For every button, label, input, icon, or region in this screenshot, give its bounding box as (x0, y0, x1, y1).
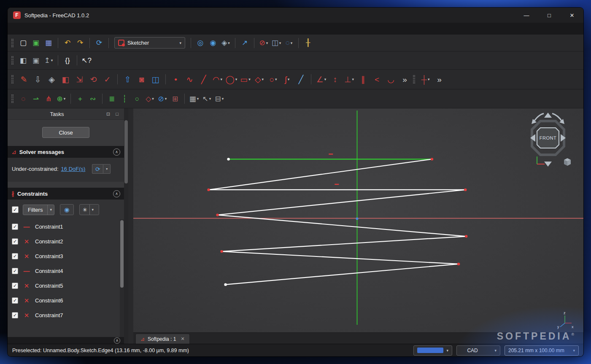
toolbar-grip[interactable] (11, 39, 13, 47)
menu-sketch[interactable] (57, 27, 67, 30)
make-link-dropdown[interactable]: ↥▾ (42, 54, 55, 67)
open-file-button[interactable]: ▣▾ (30, 37, 42, 49)
minimize-button[interactable]: — (515, 8, 538, 23)
rendering-order-dropdown[interactable]: ⊟▾ (213, 92, 226, 105)
constraint-checkbox[interactable]: ✓ (12, 297, 18, 304)
constraint-row-5[interactable]: ✓ ✕ Constraint5 (8, 278, 120, 293)
constraint-checkbox[interactable]: ✓ (12, 268, 18, 274)
carbon-copy-button[interactable]: ⊞▾ (169, 92, 181, 105)
menu-windows[interactable] (67, 27, 76, 30)
reorient-sketch-button[interactable]: ⟲▾ (86, 73, 100, 86)
toggle-snap-dropdown[interactable]: ↖▾ (200, 92, 213, 105)
constraints-header[interactable]: ∦ Constraints ∧ (8, 188, 124, 200)
filters-dropdown[interactable]: Filters ▾ (23, 205, 54, 215)
constraint-row-3[interactable]: ✓ ✕ Constraint3 (8, 249, 120, 264)
constraint-checkbox[interactable]: ✓ (12, 224, 18, 230)
scrollbar-thumb[interactable] (120, 220, 124, 288)
create-line-button[interactable]: ╱▾ (197, 73, 210, 86)
select-redundant-constraints-button[interactable]: ○▾ (131, 92, 143, 105)
measure-button[interactable]: ╂▾ (302, 37, 314, 49)
menu-edit[interactable] (20, 27, 30, 30)
menu-tools[interactable] (39, 27, 48, 30)
navigation-style-dropdown[interactable]: CAD ▾ (456, 345, 500, 356)
view-section-button[interactable]: ◧▾ (59, 73, 73, 86)
toggle-grid-dropdown[interactable]: ▦▾ (188, 92, 200, 105)
attach-sketch-button[interactable]: ⇩▾ (31, 73, 45, 86)
constraint-row-4[interactable]: ✓ — Constraint4 (8, 264, 120, 278)
constrain-distance-button[interactable]: ↕▾ (328, 73, 342, 86)
create-polygon-dropdown[interactable]: ◇▾ (252, 73, 266, 86)
dof-link[interactable]: 16 DoF(s) (61, 166, 86, 172)
constraint-checkbox[interactable]: ✓ (12, 253, 18, 259)
close-window-button[interactable]: ✕ (561, 8, 583, 23)
dimension-dropdown[interactable]: ∠▾ (314, 73, 328, 86)
constraint-checkbox[interactable]: ✓ (12, 312, 18, 318)
create-point-button[interactable]: •▾ (169, 73, 183, 86)
select-origin-button[interactable]: ┆▾ (118, 92, 131, 105)
visibility-dropdown[interactable]: ⊘▾ (257, 37, 270, 49)
fit-all-button[interactable]: ◎▾ (194, 37, 207, 49)
tasks-panel-scrollbar[interactable] (124, 108, 128, 344)
update-solver-button[interactable]: ⟳ (92, 164, 103, 174)
solver-options-dropdown[interactable]: ▾ (103, 164, 111, 174)
whats-this-button[interactable]: ↖?▾ (80, 54, 93, 67)
curve-edit-dropdown[interactable]: ⊕▾ (55, 92, 67, 105)
constraint-row-6[interactable]: ✓ ✕ Constraint6 (8, 293, 120, 308)
extend-edge-button[interactable]: ⇀▾ (30, 92, 42, 105)
toolbar-grip[interactable] (11, 94, 13, 103)
next-section-header[interactable]: ∧ (8, 337, 124, 344)
create-part-button[interactable]: ◧▾ (17, 54, 30, 67)
menu-view[interactable] (30, 27, 39, 30)
split-edge-button[interactable]: ⋔▾ (42, 92, 55, 105)
undo-button[interactable]: ↶▾ (61, 37, 74, 49)
trim-edge-button[interactable]: ◌▾ (17, 92, 30, 105)
box-element-dropdown[interactable]: ◫▾ (270, 37, 283, 49)
navcube-arrow-up[interactable] (544, 113, 552, 118)
navigation-cube[interactable]: FRONT (518, 111, 578, 174)
constraint-row-7[interactable]: ✓ ✕ Constraint7 (8, 308, 120, 323)
view-direction-dropdown[interactable]: ◈▾ (219, 37, 232, 49)
toggle-construction-button[interactable]: ╱▾ (294, 73, 308, 86)
toolbar-grip[interactable] (413, 75, 415, 84)
show-hide-constraints-button[interactable]: ◉ (60, 204, 74, 215)
convert-geometry-dropdown[interactable]: ◇▾ (143, 92, 156, 105)
create-arc-dropdown[interactable]: ◠▾ (210, 73, 224, 86)
float-panel-button[interactable]: ⊡ (105, 111, 112, 117)
dimension-readout-dropdown[interactable]: 205.21 mm x 100.00 mm ▾ (505, 345, 579, 356)
fit-selection-button[interactable]: ◉▾ (207, 37, 219, 49)
collapse-solver-button[interactable]: ∧ (113, 148, 120, 156)
create-group-button[interactable]: ▣▾ (30, 54, 42, 67)
toolbar-grip[interactable] (11, 56, 13, 65)
constrain-perpendicular-button[interactable]: <▾ (370, 73, 384, 86)
menu-macro[interactable] (48, 27, 57, 30)
constraint-checkbox[interactable]: ✓ (12, 283, 18, 289)
constraint-settings-button[interactable]: ✳ ▾ (79, 204, 99, 215)
toolbar-grip[interactable] (11, 75, 13, 84)
menu-file[interactable] (11, 27, 20, 30)
constraint-row-2[interactable]: ✓ ✕ Constraint2 (8, 234, 120, 249)
close-task-button[interactable]: Close (42, 127, 89, 138)
select-associated-constraints-button[interactable]: ≣▾ (105, 92, 118, 105)
constraint-checkbox[interactable]: ✓ (12, 238, 18, 245)
workbench-selector[interactable]: Sketcher ▾ (114, 37, 185, 49)
stop-operation-button[interactable]: ◙▾ (135, 73, 148, 86)
filters-checkbox[interactable]: ✓ (12, 206, 19, 213)
create-sketch-button[interactable]: ✎▾ (17, 73, 31, 86)
join-curves-button[interactable]: ∾▾ (86, 92, 99, 105)
scrollbar-thumb[interactable] (124, 120, 128, 183)
navcube-arrow-down[interactable] (544, 162, 552, 167)
collapse-next-section-button[interactable]: ∧ (114, 337, 120, 344)
constraint-list-scrollbar[interactable] (120, 219, 124, 337)
save-button[interactable]: ▦▾ (42, 37, 55, 49)
create-ellipse-dropdown[interactable]: ○▾ (266, 73, 280, 86)
constrain-horizontal-vertical-dropdown[interactable]: ⊥▾ (342, 73, 356, 86)
redo-button[interactable]: ↷▾ (74, 37, 86, 49)
close-tab-icon[interactable]: ✕ (181, 336, 184, 342)
create-polyline-button[interactable]: ∿▾ (183, 73, 197, 86)
validate-sketch-button[interactable]: ✓▾ (100, 73, 114, 86)
dock-panel-button[interactable]: □ (113, 111, 121, 116)
external-geometry-dropdown[interactable]: ⊘▾ (156, 92, 169, 105)
zoom-dropdown[interactable]: ◌▾ (283, 37, 295, 49)
style-swatch-dropdown[interactable]: ▾ (413, 345, 452, 356)
map-sketch-button[interactable]: ⇲▾ (73, 73, 86, 86)
